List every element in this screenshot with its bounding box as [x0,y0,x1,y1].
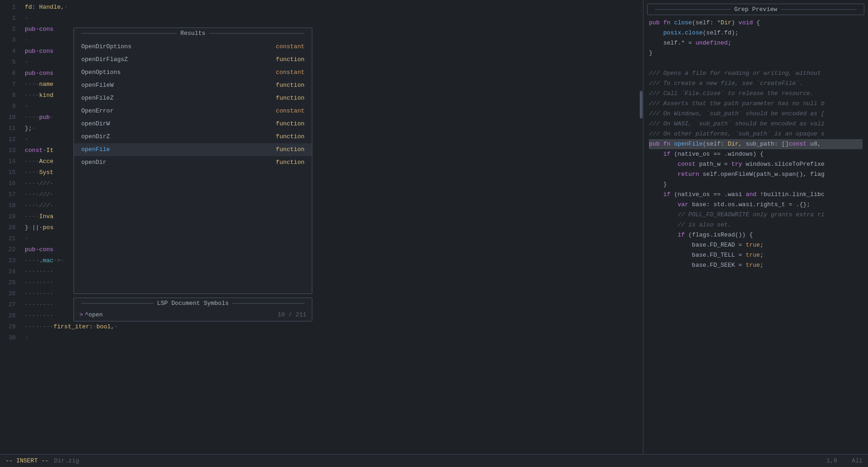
grep-preview-pane: Grep Preview pub fn close(self: *Dir) vo… [643,0,868,454]
grep-line: posix.close(self.fd); [649,28,862,38]
result-item-opendirflagsz[interactable]: openDirFlagsZ function [74,53,312,66]
code-line: 1 · [0,13,639,24]
results-panel[interactable]: Results OpenDirOptions constant openDirF… [73,28,312,294]
line-number: 11 [0,123,23,134]
lsp-panel[interactable]: LSP Document Symbols > 10 / 211 [73,298,312,321]
result-name: openDirZ [81,131,249,142]
result-item-opendir[interactable]: openDir function [74,156,312,169]
grep-line: /// On other platforms, `sub_path` is an… [649,129,862,139]
grep-line [649,58,862,68]
line-number: 8 [0,90,23,101]
line-number: 4 [0,46,23,57]
result-name: openDirW [81,118,249,129]
grep-line: if (native_os == .wasi and !builtin.link… [649,190,862,200]
line-number: 10 [0,112,23,123]
code-editor[interactable]: 1 fd: Handle,· 1 · 2 pub·cons 3 · [0,0,639,454]
grep-line: } [649,48,862,58]
line-content: · [23,13,639,24]
results-list: OpenDirOptions constant openDirFlagsZ fu… [74,39,312,171]
line-number: 2 [0,24,23,35]
line-content: fd: Handle,· [23,2,639,13]
line-number: 23 [0,255,23,266]
lsp-count: 10 / 211 [278,311,306,318]
result-kind: function [249,131,304,142]
code-line: 29 ········first_iter:·bool,· [0,321,639,332]
line-content: ········first_iter:·bool,· [23,321,639,332]
grep-code-area: pub fn close(self: *Dir) void { posix.cl… [643,17,868,271]
grep-line: /// Call `File.close` to release the res… [649,89,862,99]
line-number: 20 [0,222,23,233]
grep-line: self.* = undefined; [649,38,862,48]
status-bar: -- INSERT -- Dir.zig 1,8 All [0,454,868,467]
grep-line: pub fn close(self: *Dir) void { [649,18,862,28]
line-number: 28 [0,310,23,321]
grep-line: if (native_os == .windows) { [649,149,862,159]
result-kind: function [249,157,304,168]
line-number: 17 [0,189,23,200]
result-kind: constant [249,41,304,52]
grep-preview-title: Grep Preview [647,4,864,15]
result-name: openFileW [81,80,249,91]
scrollbar-thumb[interactable] [640,91,643,118]
line-number: 6 [0,68,23,79]
line-number: 22 [0,244,23,255]
result-item-opendirw[interactable]: openDirW function [74,118,312,130]
main-area: 1 fd: Handle,· 1 · 2 pub·cons 3 · [0,0,868,454]
line-number: 18 [0,200,23,211]
grep-line: base.FD_SEEK = true; [649,260,862,270]
grep-line: /// Opens a file for reading or writing,… [649,68,862,79]
grep-line: /// To create a new file, see `createFil… [649,79,862,89]
grep-line: /// On WASI, `sub_path` should be encode… [649,119,862,129]
grep-line: const path_w = try windows.sliceToPrefix… [649,159,862,169]
grep-line: /// On Windows, `sub_path` should be enc… [649,109,862,119]
results-overlay: Results OpenDirOptions constant openDirF… [73,28,312,321]
line-content: · [23,332,639,343]
line-number: 12 [0,134,23,145]
result-item-opendirz[interactable]: openDirZ function [74,130,312,143]
result-item-opendiroptions[interactable]: OpenDirOptions constant [74,40,312,53]
status-mode: -- INSERT -- [6,457,49,464]
status-right: 1,8 All [826,457,862,464]
line-number: 7 [0,79,23,90]
result-item-openfilez[interactable]: openFileZ function [74,92,312,105]
results-title-bar: Results [74,28,312,39]
grep-line: // is also set. [649,220,862,230]
result-kind: function [249,80,304,91]
result-item-openfilew[interactable]: openFileW function [74,79,312,92]
grep-title-text: Grep Preview [734,6,778,13]
status-position: 1,8 [826,457,837,464]
line-number: 14 [0,156,23,167]
status-filename: Dir.zig [54,457,79,464]
grep-line: } [649,180,862,190]
grep-line-highlighted: pub fn openFile(self: Dir, sub_path: []c… [649,139,862,149]
line-number: 19 [0,211,23,222]
status-scroll: All [852,457,862,464]
result-kind: function [249,93,304,104]
results-title: Results [180,30,206,37]
lsp-prompt: > [79,311,83,318]
line-number: 29 [0,321,23,332]
line-number: 21 [0,233,23,244]
result-name: OpenOptions [81,67,249,78]
result-kind: constant [249,106,304,117]
lsp-search-input[interactable] [85,311,278,318]
lsp-input-row: > 10 / 211 [74,309,312,321]
line-number: 25 [0,277,23,288]
line-number: 15 [0,167,23,178]
line-number: 24 [0,266,23,277]
line-number: 9 [0,101,23,112]
result-name: openFile [81,144,249,155]
line-number: 1 [0,13,23,24]
lsp-title: LSP Document Symbols [157,300,229,307]
result-kind: constant [249,67,304,78]
editor-scrollbar[interactable] [639,0,643,454]
grep-line: base.FD_READ = true; [649,240,862,250]
result-item-openerror[interactable]: OpenError constant [74,105,312,118]
result-item-openoptions[interactable]: OpenOptions constant [74,66,312,79]
result-name: OpenError [81,106,249,117]
result-kind: function [249,144,304,155]
editor-pane: 1 fd: Handle,· 1 · 2 pub·cons 3 · [0,0,643,454]
grep-line: return self.openFileW(path_w.span(), fla… [649,169,862,180]
result-item-openfile[interactable]: openFile function [74,143,312,156]
line-number: 26 [0,288,23,299]
